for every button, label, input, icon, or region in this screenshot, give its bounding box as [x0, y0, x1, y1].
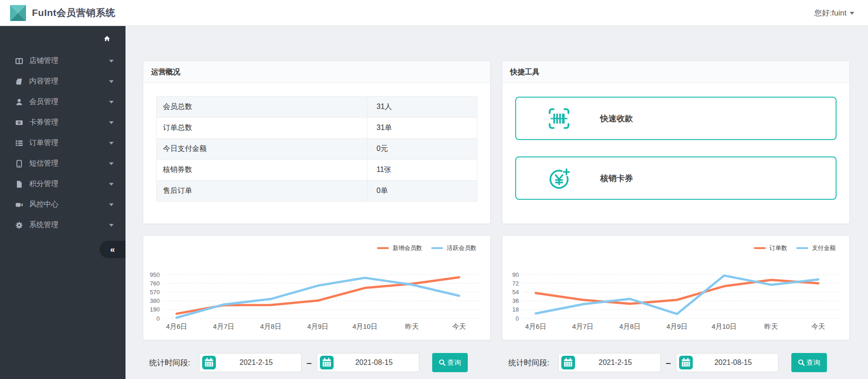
legend-item[interactable]: 支付金额: [796, 244, 836, 252]
legend-item[interactable]: 活跃会员数: [431, 244, 476, 252]
sidebar-item-label: 店铺管理: [29, 56, 109, 66]
coin-icon: [547, 166, 571, 190]
chevron-down-icon: [109, 183, 114, 186]
shop-icon: [15, 57, 23, 65]
svg-text:760: 760: [150, 280, 160, 287]
sidebar: 店铺管理 内容管理 会员管理 卡券管理 订单管理 短信管理 积分管理 风控中心: [0, 26, 125, 379]
overview-row-label: 会员总数: [157, 97, 367, 118]
overview-panel-title: 运营概况: [143, 61, 490, 83]
sidebar-item-label: 积分管理: [29, 179, 109, 189]
book-icon: [15, 78, 23, 86]
sidebar-item-order[interactable]: 订单管理: [0, 133, 125, 153]
calendar-icon: [202, 356, 216, 369]
chevron-down-icon: [109, 121, 114, 124]
scan-icon: [547, 107, 571, 130]
legend-item[interactable]: 订单数: [754, 244, 787, 252]
svg-text:72: 72: [512, 280, 519, 287]
sidebar-item-system[interactable]: 系统管理: [0, 215, 125, 235]
redeem-coupon-button[interactable]: 核销卡券: [515, 156, 837, 200]
date-range-separator: –: [307, 358, 312, 368]
calendar-icon: [679, 356, 693, 369]
home-icon[interactable]: [103, 35, 111, 42]
end-date-input[interactable]: 2021-08-15: [676, 353, 779, 372]
fast-collect-button[interactable]: 快速收款: [515, 97, 837, 140]
tool-button-label: 核销卡券: [600, 173, 633, 184]
calendar-icon: [561, 356, 575, 369]
legend-swatch: [431, 247, 443, 249]
legend-label: 新增会员数: [392, 244, 422, 252]
end-date-input[interactable]: 2021-08-15: [317, 353, 419, 372]
sidebar-item-risk[interactable]: 风控中心: [0, 194, 125, 215]
svg-text:4月7日: 4月7日: [572, 322, 594, 330]
chevron-down-icon: [109, 203, 114, 206]
video-icon: [15, 201, 23, 209]
collapse-left-icon: «: [110, 244, 115, 254]
legend-item[interactable]: 新增会员数: [377, 244, 422, 252]
search-button[interactable]: 查询: [432, 353, 468, 372]
chevron-down-icon: [109, 60, 114, 62]
user-menu[interactable]: 您好:fuint: [814, 8, 854, 18]
chart-legend: 订单数 支付金额: [754, 244, 836, 252]
svg-text:昨天: 昨天: [405, 322, 419, 330]
sidebar-item-label: 会员管理: [29, 97, 109, 107]
sidebar-item-sms[interactable]: 短信管理: [0, 153, 125, 174]
start-date-input[interactable]: 2021-2-15: [558, 353, 661, 372]
sidebar-item-coupon[interactable]: 卡券管理: [0, 112, 125, 133]
app-title: FuInt会员营销系统: [32, 6, 115, 19]
svg-text:今天: 今天: [811, 322, 825, 330]
gear-icon: [15, 221, 23, 229]
search-icon: [798, 359, 805, 366]
legend-swatch: [796, 247, 808, 249]
sidebar-item-member[interactable]: 会员管理: [0, 92, 125, 112]
overview-table-row: 核销券数 11张: [157, 160, 477, 181]
svg-text:4月6日: 4月6日: [525, 322, 547, 330]
chevron-down-icon: [109, 224, 114, 227]
legend-label: 活跃会员数: [447, 244, 476, 252]
stats-filter: 统计时间段: 2021-2-15 – 2021-08-15 查询: [508, 353, 827, 372]
money-icon: [15, 119, 23, 127]
overview-panel: 运营概况 会员总数 31人 订单总数 31单 今日支付金额 0元 核销券数 11…: [143, 61, 491, 224]
calendar-icon: [320, 356, 334, 369]
sidebar-item-label: 订单管理: [29, 138, 109, 148]
overview-row-value: 31单: [367, 118, 477, 139]
legend-swatch: [754, 247, 766, 249]
sidebar-item-label: 短信管理: [29, 159, 109, 168]
overview-table-row: 售后订单 0单: [157, 181, 477, 202]
svg-text:4月9日: 4月9日: [307, 322, 329, 330]
svg-text:0: 0: [516, 315, 519, 322]
chevron-down-icon: [109, 142, 114, 145]
start-date-input[interactable]: 2021-2-15: [199, 353, 302, 372]
overview-table-row: 订单总数 31单: [157, 118, 477, 139]
svg-text:570: 570: [150, 289, 160, 296]
sidebar-collapse-button[interactable]: «: [99, 241, 125, 258]
svg-text:今天: 今天: [452, 322, 466, 330]
chevron-down-icon: [109, 80, 114, 83]
svg-text:380: 380: [150, 297, 160, 304]
legend-label: 订单数: [769, 244, 787, 252]
quick-tools-panel-title: 快捷工具: [502, 61, 849, 83]
order-trend-chart-panel: 订单数 支付金额 018365472904月6日4月7日4月8日4月9日4月10…: [502, 235, 850, 340]
svg-text:0: 0: [157, 315, 160, 322]
end-date-value: 2021-08-15: [693, 358, 778, 367]
start-date-value: 2021-2-15: [575, 358, 660, 367]
chevron-down-icon: [109, 101, 114, 104]
svg-text:18: 18: [512, 306, 519, 313]
overview-row-value: 0元: [367, 139, 477, 160]
main-content: 运营概况 会员总数 31人 订单总数 31单 今日支付金额 0元 核销券数 11…: [125, 26, 868, 379]
user-icon: [15, 98, 23, 106]
svg-text:4月10日: 4月10日: [352, 322, 377, 330]
chevron-down-icon: [109, 162, 114, 165]
search-button[interactable]: 查询: [791, 353, 827, 372]
file-icon: [15, 180, 23, 188]
search-button-label: 查询: [447, 358, 461, 367]
sidebar-item-points[interactable]: 积分管理: [0, 174, 125, 194]
legend-swatch: [377, 247, 389, 249]
svg-text:190: 190: [150, 306, 160, 313]
sidebar-item-content[interactable]: 内容管理: [0, 71, 125, 92]
overview-row-label: 订单总数: [157, 118, 367, 139]
member-trend-chart-panel: 新增会员数 活跃会员数 01903805707609504月6日4月7日4月8日…: [143, 235, 491, 340]
svg-text:36: 36: [512, 297, 519, 304]
svg-text:950: 950: [150, 271, 160, 278]
sidebar-home-row: [0, 26, 125, 51]
sidebar-item-shop[interactable]: 店铺管理: [0, 51, 125, 71]
